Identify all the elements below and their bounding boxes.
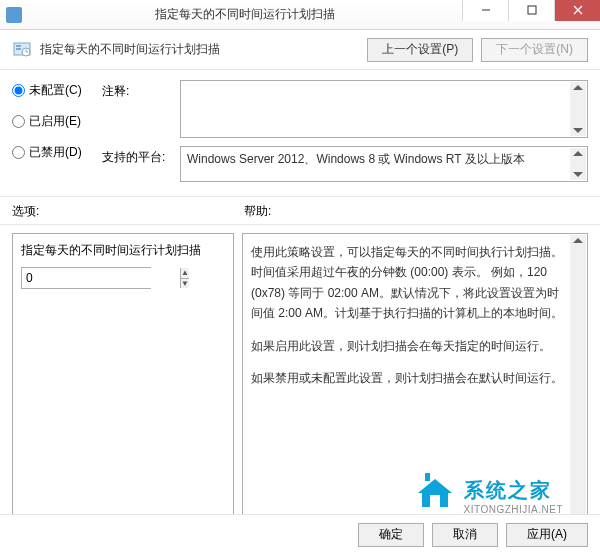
radio-disabled[interactable]: 已禁用(D) [12,144,102,161]
policy-title: 指定每天的不同时间运行计划扫描 [40,41,359,58]
cancel-button[interactable]: 取消 [432,523,498,547]
maximize-button[interactable] [508,0,554,21]
help-panel: 使用此策略设置，可以指定每天的不同时间执行计划扫描。时间值采用超过午夜的分钟数 … [242,233,588,529]
radio-not-configured-label: 未配置(C) [29,82,82,99]
watermark-cn: 系统之家 [464,477,564,504]
svg-rect-5 [16,45,21,47]
time-spinner-input[interactable] [22,268,180,288]
radio-disabled-input[interactable] [12,146,25,159]
ok-button[interactable]: 确定 [358,523,424,547]
svg-rect-6 [16,48,21,50]
watermark: 系统之家 XITONGZHIJIA.NET [414,473,564,518]
subheader: 指定每天的不同时间运行计划扫描 上一个设置(P) 下一个设置(N) [0,30,600,70]
platform-label: 支持的平台: [102,146,172,166]
house-icon [414,473,456,518]
radio-enabled-input[interactable] [12,115,25,128]
help-paragraph: 如果禁用或未配置此设置，则计划扫描会在默认时间运行。 [251,368,569,388]
previous-setting-button[interactable]: 上一个设置(P) [367,38,473,62]
scrollbar-icon[interactable] [570,148,586,180]
options-section-label: 选项: [12,203,244,220]
help-paragraph: 使用此策略设置，可以指定每天的不同时间执行计划扫描。时间值采用超过午夜的分钟数 … [251,242,569,324]
radio-enabled[interactable]: 已启用(E) [12,113,102,130]
next-setting-button[interactable]: 下一个设置(N) [481,38,588,62]
help-section-label: 帮助: [244,203,588,220]
comment-label: 注释: [102,80,172,100]
radio-enabled-label: 已启用(E) [29,113,81,130]
close-button[interactable] [554,0,600,21]
help-paragraph: 如果启用此设置，则计划扫描会在每天指定的时间运行。 [251,336,569,356]
svg-rect-11 [430,495,440,507]
radio-not-configured[interactable]: 未配置(C) [12,82,102,99]
platform-field: Windows Server 2012、Windows 8 或 Windows … [180,146,588,182]
scrollbar-icon[interactable] [570,235,586,527]
comment-field[interactable] [180,80,588,138]
minimize-button[interactable] [462,0,508,21]
platform-value: Windows Server 2012、Windows 8 或 Windows … [187,152,525,166]
footer: 确定 取消 应用(A) [0,514,600,554]
policy-icon [12,40,32,60]
svg-rect-12 [425,473,430,481]
options-panel: 指定每天的不同时间运行计划扫描 ▲ ▼ [12,233,234,529]
section-labels: 选项: 帮助: [0,197,600,225]
spinner-up-icon[interactable]: ▲ [181,268,189,279]
app-icon [6,7,22,23]
options-title: 指定每天的不同时间运行计划扫描 [21,242,225,259]
watermark-en: XITONGZHIJIA.NET [464,504,564,515]
time-spinner[interactable]: ▲ ▼ [21,267,151,289]
window-title: 指定每天的不同时间运行计划扫描 [28,6,462,23]
config-area: 未配置(C) 已启用(E) 已禁用(D) 注释: 支持的平台: Windows … [0,70,600,197]
radio-disabled-label: 已禁用(D) [29,144,82,161]
radio-not-configured-input[interactable] [12,84,25,97]
apply-button[interactable]: 应用(A) [506,523,588,547]
scrollbar-icon[interactable] [570,82,586,136]
titlebar: 指定每天的不同时间运行计划扫描 [0,0,600,30]
spinner-down-icon[interactable]: ▼ [181,279,189,289]
svg-rect-1 [528,6,536,14]
